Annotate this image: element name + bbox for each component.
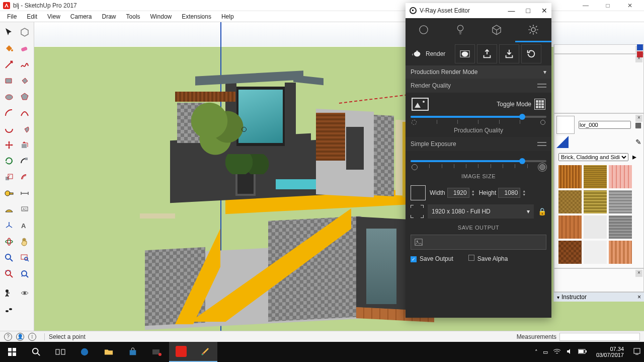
render-quality-header[interactable]: Render Quality <box>406 79 551 93</box>
entity-info-panel[interactable]: × <box>554 54 644 113</box>
circle-tool[interactable] <box>2 90 16 104</box>
minimize-button[interactable]: — <box>508 7 515 15</box>
taskbar-app-explorer[interactable] <box>97 342 121 362</box>
material-category-select[interactable]: Brick, Cladding and Siding <box>558 153 628 161</box>
interactive-render-button[interactable] <box>455 44 475 63</box>
toggle-mode-icon[interactable] <box>534 99 545 110</box>
save-path-field[interactable] <box>411 235 546 250</box>
material-swatch[interactable] <box>558 215 582 239</box>
follow-me-tool[interactable] <box>18 154 32 168</box>
eyedropper-icon[interactable]: ✎ <box>635 138 641 146</box>
zoom-extents-tool[interactable] <box>2 267 16 281</box>
make-component-tool[interactable] <box>18 25 32 39</box>
offset-tool[interactable] <box>18 170 32 184</box>
quality-slider[interactable] <box>406 113 551 126</box>
menu-camera[interactable]: Camera <box>66 12 96 21</box>
menu-view[interactable]: View <box>43 12 64 21</box>
position-camera-tool[interactable] <box>2 286 16 300</box>
search-button[interactable] <box>24 342 48 362</box>
details-icon[interactable]: ▸ <box>632 152 636 162</box>
tray-network-icon[interactable]: ▭ <box>543 349 548 355</box>
help-icon[interactable]: ? <box>4 333 12 341</box>
pin-icon[interactable] <box>637 51 643 57</box>
material-name-field[interactable] <box>579 121 631 129</box>
material-swatch[interactable] <box>584 241 607 264</box>
tray-header[interactable]: × <box>554 44 644 54</box>
taskbar-app-sketchup[interactable] <box>169 342 193 362</box>
two-point-arc-tool[interactable] <box>18 106 32 120</box>
save-output-checkbox[interactable]: ✓Save Output <box>411 255 453 262</box>
viewport[interactable] <box>34 22 644 331</box>
previous-view-tool[interactable] <box>18 267 32 281</box>
material-swatch[interactable] <box>609 165 632 188</box>
material-preview[interactable] <box>556 116 575 134</box>
material-swatch[interactable] <box>609 190 632 213</box>
taskbar-app-camera[interactable] <box>145 342 169 362</box>
height-spinner[interactable]: ▲▼ <box>522 189 526 196</box>
color-swatch[interactable] <box>556 136 569 148</box>
material-swatch[interactable] <box>558 165 582 188</box>
taskbar-app-paint[interactable] <box>193 342 217 362</box>
safe-frame-icon[interactable] <box>411 205 424 218</box>
exposure-slider[interactable] <box>406 151 551 171</box>
panel-close-icon[interactable]: × <box>635 270 642 277</box>
task-view-button[interactable] <box>48 342 72 362</box>
paint-bucket-tool[interactable] <box>2 41 16 55</box>
minimize-button[interactable]: — <box>575 2 597 9</box>
maximize-button[interactable]: □ <box>597 2 619 9</box>
3d-text-tool[interactable]: A <box>18 219 32 233</box>
measurements-input[interactable] <box>559 333 640 341</box>
rectangle-tool[interactable] <box>2 74 16 88</box>
menu-edit[interactable]: Edit <box>23 12 41 21</box>
close-button[interactable]: ✕ <box>541 7 547 15</box>
pan-tool[interactable] <box>18 235 32 249</box>
dimension-tool[interactable] <box>18 186 32 200</box>
rotate-tool[interactable] <box>2 154 16 168</box>
arc-tool[interactable] <box>2 106 16 120</box>
pin-icon[interactable] <box>637 44 643 50</box>
menu-extensions[interactable]: Extensions <box>178 12 215 21</box>
rotated-rectangle-tool[interactable] <box>18 74 32 88</box>
material-swatch[interactable] <box>584 190 607 213</box>
text-tool[interactable]: A1 <box>18 202 32 216</box>
tab-materials[interactable] <box>406 18 442 42</box>
taskbar-clock[interactable]: 07.34 03/07/2017 <box>592 346 628 358</box>
tray-battery-icon[interactable] <box>578 349 587 355</box>
tray-wifi-icon[interactable] <box>553 348 561 355</box>
maximize-button[interactable]: □ <box>526 7 530 15</box>
start-button[interactable] <box>0 342 24 362</box>
taskbar-app-store[interactable] <box>121 342 145 362</box>
walk-tool[interactable] <box>2 302 16 316</box>
orbit-tool[interactable] <box>2 235 16 249</box>
material-swatch[interactable] <box>584 215 607 239</box>
close-button[interactable]: ✕ <box>619 2 641 9</box>
menu-draw[interactable]: Draw <box>98 12 120 21</box>
tab-settings[interactable] <box>515 18 552 42</box>
select-tool[interactable] <box>2 25 16 39</box>
pie-tool[interactable] <box>18 122 32 136</box>
material-swatch[interactable] <box>584 165 607 188</box>
save-alpha-checkbox[interactable]: Save Alpha <box>468 255 508 262</box>
zoom-window-tool[interactable] <box>18 251 32 265</box>
menu-help[interactable]: Help <box>217 12 238 21</box>
menu-window[interactable]: Window <box>146 12 176 21</box>
axes-tool[interactable] <box>2 219 16 233</box>
tray-chevron-icon[interactable]: ˄ <box>535 349 538 355</box>
create-material-icon[interactable]: ▦ <box>635 121 641 129</box>
move-tool[interactable] <box>2 138 16 152</box>
panel-close-icon[interactable]: × <box>637 294 641 301</box>
width-spinner[interactable]: ▲▼ <box>471 189 475 196</box>
line-tool[interactable] <box>2 57 16 71</box>
vray-titlebar[interactable]: V-Ray Asset Editor — □ ✕ <box>406 3 551 18</box>
resolution-preset-select[interactable]: 1920 x 1080 - Full HD ▾ <box>428 204 534 219</box>
material-swatch[interactable] <box>609 241 632 264</box>
instructor-header[interactable]: ▾Instructor× <box>554 292 644 302</box>
menu-file[interactable]: File <box>3 12 21 21</box>
look-around-tool[interactable] <box>18 286 32 300</box>
person-icon[interactable]: 👤 <box>16 333 24 341</box>
tab-lights[interactable] <box>442 18 479 42</box>
protractor-tool[interactable] <box>2 202 16 216</box>
freehand-tool[interactable] <box>18 57 32 71</box>
menu-tools[interactable]: Tools <box>122 12 144 21</box>
aspect-ratio-icon[interactable] <box>411 185 426 200</box>
